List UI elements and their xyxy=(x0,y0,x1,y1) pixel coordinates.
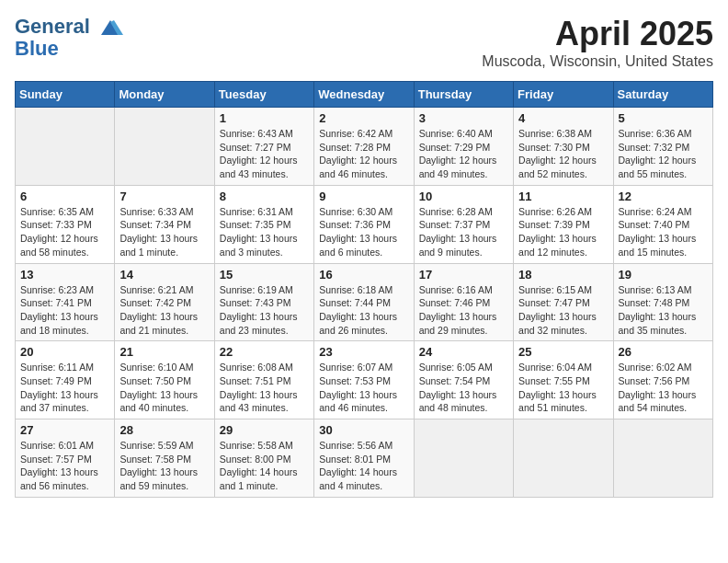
day-number: 17 xyxy=(419,268,508,282)
calendar-cell: 9Sunrise: 6:30 AM Sunset: 7:36 PM Daylig… xyxy=(314,185,414,263)
day-number: 4 xyxy=(518,111,608,125)
day-number: 21 xyxy=(119,345,209,359)
title-block: April 2025 Muscoda, Wisconsin, United St… xyxy=(482,15,713,70)
calendar-cell: 19Sunrise: 6:13 AM Sunset: 7:48 PM Dayli… xyxy=(613,263,712,341)
day-info: Sunrise: 5:58 AM Sunset: 8:00 PM Dayligh… xyxy=(220,439,309,493)
weekday-header-monday: Monday xyxy=(115,82,214,108)
day-info: Sunrise: 6:05 AM Sunset: 7:54 PM Dayligh… xyxy=(419,361,508,415)
day-info: Sunrise: 6:36 AM Sunset: 7:32 PM Dayligh… xyxy=(619,127,708,181)
weekday-header-thursday: Thursday xyxy=(414,82,513,108)
day-info: Sunrise: 6:01 AM Sunset: 7:57 PM Dayligh… xyxy=(20,439,109,493)
calendar-cell: 26Sunrise: 6:02 AM Sunset: 7:56 PM Dayli… xyxy=(613,341,712,419)
weekday-header-sunday: Sunday xyxy=(16,82,115,108)
day-number: 19 xyxy=(619,268,708,282)
day-number: 20 xyxy=(20,345,109,359)
calendar-cell: 8Sunrise: 6:31 AM Sunset: 7:35 PM Daylig… xyxy=(214,185,313,263)
calendar-cell: 28Sunrise: 5:59 AM Sunset: 7:58 PM Dayli… xyxy=(115,419,214,498)
calendar-cell: 5Sunrise: 6:36 AM Sunset: 7:32 PM Daylig… xyxy=(613,108,712,186)
day-number: 18 xyxy=(518,268,608,282)
weekday-header-tuesday: Tuesday xyxy=(214,82,313,108)
day-number: 11 xyxy=(518,190,608,203)
day-info: Sunrise: 6:31 AM Sunset: 7:35 PM Dayligh… xyxy=(220,205,309,259)
day-info: Sunrise: 6:43 AM Sunset: 7:27 PM Dayligh… xyxy=(220,127,309,181)
day-number: 1 xyxy=(220,111,309,125)
day-number: 16 xyxy=(319,268,408,282)
calendar-cell: 27Sunrise: 6:01 AM Sunset: 7:57 PM Dayli… xyxy=(16,419,115,498)
calendar-cell: 11Sunrise: 6:26 AM Sunset: 7:39 PM Dayli… xyxy=(514,185,613,263)
day-info: Sunrise: 6:10 AM Sunset: 7:50 PM Dayligh… xyxy=(119,361,209,415)
calendar-cell: 6Sunrise: 6:35 AM Sunset: 7:33 PM Daylig… xyxy=(16,185,115,263)
day-info: Sunrise: 6:28 AM Sunset: 7:37 PM Dayligh… xyxy=(419,205,508,259)
day-number: 24 xyxy=(419,345,508,359)
calendar-cell: 22Sunrise: 6:08 AM Sunset: 7:51 PM Dayli… xyxy=(214,341,313,419)
location-title: Muscoda, Wisconsin, United States xyxy=(482,53,713,70)
day-info: Sunrise: 6:02 AM Sunset: 7:56 PM Dayligh… xyxy=(619,361,708,415)
day-info: Sunrise: 6:30 AM Sunset: 7:36 PM Dayligh… xyxy=(319,205,408,259)
calendar-cell: 10Sunrise: 6:28 AM Sunset: 7:37 PM Dayli… xyxy=(414,185,513,263)
day-info: Sunrise: 6:42 AM Sunset: 7:28 PM Dayligh… xyxy=(319,127,408,181)
month-title: April 2025 xyxy=(482,15,713,53)
day-number: 5 xyxy=(619,111,708,125)
calendar-cell: 2Sunrise: 6:42 AM Sunset: 7:28 PM Daylig… xyxy=(314,108,414,186)
day-number: 14 xyxy=(119,268,209,282)
day-info: Sunrise: 6:26 AM Sunset: 7:39 PM Dayligh… xyxy=(518,205,608,259)
day-number: 13 xyxy=(20,268,109,282)
calendar-cell: 25Sunrise: 6:04 AM Sunset: 7:55 PM Dayli… xyxy=(514,341,613,419)
day-number: 27 xyxy=(20,423,109,437)
calendar-cell: 16Sunrise: 6:18 AM Sunset: 7:44 PM Dayli… xyxy=(314,263,414,341)
day-number: 9 xyxy=(319,190,408,203)
calendar-cell: 1Sunrise: 6:43 AM Sunset: 7:27 PM Daylig… xyxy=(214,108,313,186)
day-info: Sunrise: 6:18 AM Sunset: 7:44 PM Dayligh… xyxy=(319,283,408,338)
calendar-cell: 4Sunrise: 6:38 AM Sunset: 7:30 PM Daylig… xyxy=(514,108,613,186)
day-number: 15 xyxy=(220,268,309,282)
calendar-cell xyxy=(514,419,613,498)
day-number: 12 xyxy=(619,190,708,203)
day-number: 26 xyxy=(619,345,708,359)
day-info: Sunrise: 6:21 AM Sunset: 7:42 PM Dayligh… xyxy=(119,283,209,338)
calendar-cell: 13Sunrise: 6:23 AM Sunset: 7:41 PM Dayli… xyxy=(16,263,115,341)
calendar-cell: 12Sunrise: 6:24 AM Sunset: 7:40 PM Dayli… xyxy=(613,185,712,263)
calendar-cell xyxy=(16,108,115,186)
day-info: Sunrise: 6:35 AM Sunset: 7:33 PM Dayligh… xyxy=(20,205,109,259)
day-number: 29 xyxy=(220,423,309,437)
calendar-cell: 24Sunrise: 6:05 AM Sunset: 7:54 PM Dayli… xyxy=(414,341,513,419)
day-number: 30 xyxy=(319,423,408,437)
calendar-cell: 30Sunrise: 5:56 AM Sunset: 8:01 PM Dayli… xyxy=(314,419,414,498)
calendar-cell: 18Sunrise: 6:15 AM Sunset: 7:47 PM Dayli… xyxy=(514,263,613,341)
weekday-header-friday: Friday xyxy=(514,82,613,108)
day-info: Sunrise: 6:15 AM Sunset: 7:47 PM Dayligh… xyxy=(518,283,608,338)
calendar-cell: 17Sunrise: 6:16 AM Sunset: 7:46 PM Dayli… xyxy=(414,263,513,341)
calendar-cell: 29Sunrise: 5:58 AM Sunset: 8:00 PM Dayli… xyxy=(214,419,313,498)
calendar-table: SundayMondayTuesdayWednesdayThursdayFrid… xyxy=(15,81,713,498)
day-number: 7 xyxy=(119,190,209,203)
day-info: Sunrise: 6:33 AM Sunset: 7:34 PM Dayligh… xyxy=(119,205,209,259)
day-info: Sunrise: 6:11 AM Sunset: 7:49 PM Dayligh… xyxy=(20,361,109,415)
calendar-cell xyxy=(414,419,513,498)
day-info: Sunrise: 6:07 AM Sunset: 7:53 PM Dayligh… xyxy=(319,361,408,415)
day-number: 2 xyxy=(319,111,408,125)
weekday-header-saturday: Saturday xyxy=(613,82,712,108)
calendar-cell xyxy=(115,108,214,186)
calendar-cell: 21Sunrise: 6:10 AM Sunset: 7:50 PM Dayli… xyxy=(115,341,214,419)
day-info: Sunrise: 6:38 AM Sunset: 7:30 PM Dayligh… xyxy=(518,127,608,181)
day-info: Sunrise: 6:04 AM Sunset: 7:55 PM Dayligh… xyxy=(518,361,608,415)
day-number: 10 xyxy=(419,190,508,203)
calendar-cell: 3Sunrise: 6:40 AM Sunset: 7:29 PM Daylig… xyxy=(414,108,513,186)
day-info: Sunrise: 5:59 AM Sunset: 7:58 PM Dayligh… xyxy=(119,439,209,493)
page-header: General Blue April 2025 Muscoda, Wiscons… xyxy=(15,15,713,70)
calendar-cell: 20Sunrise: 6:11 AM Sunset: 7:49 PM Dayli… xyxy=(16,341,115,419)
calendar-cell: 15Sunrise: 6:19 AM Sunset: 7:43 PM Dayli… xyxy=(214,263,313,341)
day-info: Sunrise: 6:23 AM Sunset: 7:41 PM Dayligh… xyxy=(20,283,109,338)
day-info: Sunrise: 6:13 AM Sunset: 7:48 PM Dayligh… xyxy=(619,283,708,338)
day-info: Sunrise: 6:24 AM Sunset: 7:40 PM Dayligh… xyxy=(619,205,708,259)
day-number: 6 xyxy=(20,190,109,203)
calendar-cell: 23Sunrise: 6:07 AM Sunset: 7:53 PM Dayli… xyxy=(314,341,414,419)
calendar-cell: 7Sunrise: 6:33 AM Sunset: 7:34 PM Daylig… xyxy=(115,185,214,263)
calendar-cell xyxy=(613,419,712,498)
day-number: 3 xyxy=(419,111,508,125)
calendar-cell: 14Sunrise: 6:21 AM Sunset: 7:42 PM Dayli… xyxy=(115,263,214,341)
day-info: Sunrise: 6:40 AM Sunset: 7:29 PM Dayligh… xyxy=(419,127,508,181)
day-number: 8 xyxy=(220,190,309,203)
weekday-header-wednesday: Wednesday xyxy=(314,82,414,108)
day-info: Sunrise: 6:16 AM Sunset: 7:46 PM Dayligh… xyxy=(419,283,508,338)
